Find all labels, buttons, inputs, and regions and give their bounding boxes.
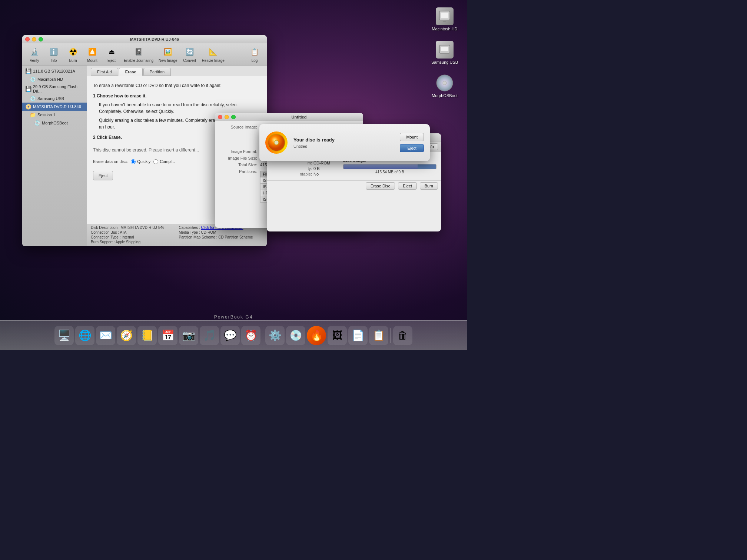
eject-toolbar-button[interactable]: ⏏ Eject <box>102 44 121 64</box>
di-maximize-button[interactable] <box>231 115 236 119</box>
tab-erase[interactable]: Erase <box>119 68 143 76</box>
new-image-button[interactable]: 🖼️ New Image <box>156 44 180 64</box>
dock-pdf2[interactable]: 📋 <box>369 326 388 345</box>
dr-burn-button[interactable]: Burn <box>420 182 438 190</box>
dock-iphoto[interactable]: 📷 <box>179 326 198 345</box>
connection-bus-label: Connection Bus : <box>91 230 119 234</box>
disc-usage-fill <box>343 164 418 169</box>
macintosh-hd-icon <box>436 7 454 25</box>
morphosboot-icon <box>436 74 454 92</box>
sidebar-item-st9120[interactable]: 💾 111.8 GB ST9120821A <box>22 67 87 75</box>
total-size-label: Total Size: <box>220 163 257 167</box>
dock-mail[interactable]: ✉️ <box>96 326 115 345</box>
mount-button[interactable]: ⏏️ Mount <box>83 44 102 64</box>
usb-icon-1: 💿 <box>30 96 36 101</box>
partitions-label: Partitions: <box>220 169 257 174</box>
log-button[interactable]: 📋 Log <box>245 44 264 64</box>
connection-type-label: Connection Type : <box>91 235 120 239</box>
source-image-label: Source Image: <box>220 125 257 129</box>
disc-eject-button[interactable]: Eject <box>400 144 424 152</box>
eject-icon: ⏏ <box>106 46 117 58</box>
dock-system-prefs[interactable]: ⚙️ <box>265 326 285 345</box>
di-close-button[interactable] <box>218 115 222 119</box>
connection-bus-value: ATA <box>120 230 126 234</box>
disk-right-buttons: Erase Disc Eject Burn <box>267 180 441 191</box>
dock-preview[interactable]: 🖼 <box>328 326 347 345</box>
dock-time-machine[interactable]: ⏰ <box>241 326 260 345</box>
burn-button[interactable]: ☢️ Burn <box>64 44 82 64</box>
radio-quickly-input[interactable] <box>131 159 136 164</box>
media-type-line: Media Type : CD-ROM <box>179 230 263 234</box>
dock-calendar[interactable]: 📅 <box>158 326 177 345</box>
resize-image-button[interactable]: 📐 Resize Image <box>200 44 227 64</box>
minimize-button[interactable] <box>32 37 36 41</box>
disc-mount-button[interactable]: Mount <box>400 133 424 141</box>
svg-rect-1 <box>441 13 448 18</box>
radio-completely[interactable]: Compl... <box>153 159 175 165</box>
dock-trash[interactable]: 🗑 <box>393 326 412 345</box>
disk-image-title: Untitled <box>238 115 360 119</box>
dr-eject-button[interactable]: Eject <box>398 182 416 190</box>
hd-icon-0: 💾 <box>25 68 31 74</box>
media-type-value: CD-ROM <box>201 230 216 234</box>
status-left: Disk Description : MATSHITA DVD-R UJ-846… <box>91 226 175 245</box>
media-type-label: Media Type : <box>179 230 200 234</box>
dock-safari[interactable]: 🧭 <box>117 326 136 345</box>
samsung-usb-label: Samsung USB <box>431 60 458 64</box>
enable-journaling-icon: 📓 <box>133 46 145 58</box>
disc-ready-subtitle: Untitled <box>293 144 394 149</box>
sidebar-item-matshita[interactable]: 📀 MATSHITA DVD-R UJ-846 <box>22 103 87 111</box>
sidebar-item-macintosh-hd[interactable]: 💿 Macintosh HD <box>22 75 87 83</box>
new-image-icon: 🖼️ <box>162 46 174 58</box>
verify-button[interactable]: 🔬 Verify <box>25 44 44 64</box>
maximize-button[interactable] <box>39 37 43 41</box>
eject-label: Eject <box>107 59 116 63</box>
disc-ready-text: Your disc is ready Untitled <box>293 137 394 149</box>
disc-ready-dialog: Your disc is ready Untitled Mount Eject <box>259 124 430 161</box>
desktop-icon-morphosboot[interactable]: MorphOSBoot <box>430 74 459 98</box>
status-right: Capabilities : Click for more informatio… <box>179 226 263 245</box>
sidebar-item-morphosboot[interactable]: 💿 MorphOSBoot <box>22 119 87 127</box>
dock-itunes[interactable]: 🎵 <box>200 326 219 345</box>
dock-ichat[interactable]: 💬 <box>220 326 240 345</box>
disc-ready-icon <box>265 131 288 154</box>
svg-point-6 <box>443 81 446 85</box>
radio-quickly[interactable]: Quickly <box>131 159 150 165</box>
dock-address-book[interactable]: 📒 <box>137 326 157 345</box>
convert-button[interactable]: 🔄 Convert <box>180 44 199 64</box>
burn-support-label: Burn Support : <box>91 240 114 244</box>
verify-icon: 🔬 <box>29 46 40 58</box>
info-label: Info <box>51 59 57 63</box>
sidebar-item-samsung-flash[interactable]: 💾 29.9 GB Samsung Flash Dri... <box>22 83 87 94</box>
sidebar-item-session1[interactable]: 📁 Session 1 <box>22 111 87 119</box>
dock-pdf1[interactable]: 📄 <box>348 326 368 345</box>
disk-description-value: MATSHITA DVD-R UJ-846 <box>121 226 165 230</box>
verify-label: Verify <box>30 59 39 63</box>
tab-partition[interactable]: Partition <box>143 68 171 76</box>
image-format-label: Image Format: <box>220 149 257 154</box>
partition-map-label: Partition Map Scheme : <box>179 235 218 239</box>
eject-content-button[interactable]: Eject <box>93 171 113 181</box>
connection-type-value: Internal <box>122 235 134 239</box>
dock-network[interactable]: 🌐 <box>75 326 94 345</box>
mount-label: Mount <box>87 59 97 63</box>
samsung-usb-icon <box>436 41 454 59</box>
dock-finder[interactable]: 🖥️ <box>54 326 74 345</box>
desktop-icon-samsung-usb[interactable]: Samsung USB <box>430 41 459 64</box>
tab-first-aid[interactable]: First Aid <box>91 68 118 76</box>
dvd-icon-0: 📀 <box>25 104 31 110</box>
dock-disk-utility[interactable]: 💿 <box>286 326 305 345</box>
sidebar-item-samsung-usb[interactable]: 💿 Samsung USB <box>22 94 87 103</box>
di-minimize-button[interactable] <box>225 115 229 119</box>
dock-toast[interactable]: 🔥 <box>307 326 326 345</box>
erase-disc-button[interactable]: Erase Disc <box>366 182 395 190</box>
burn-support-value: Apple Shipping <box>116 240 140 244</box>
info-button[interactable]: ℹ️ Info <box>44 44 63 64</box>
radio-completely-input[interactable] <box>153 159 158 164</box>
desktop-icon-macintosh-hd[interactable]: Macintosh HD <box>430 7 459 31</box>
disk-description-line: Disk Description : MATSHITA DVD-R UJ-846 <box>91 226 175 230</box>
disk-utility-toolbar: 🔬 Verify ℹ️ Info ☢️ Burn ⏏️ Mount ⏏ Ejec… <box>22 43 267 66</box>
connection-type-line: Connection Type : Internal <box>91 235 175 239</box>
enable-journaling-button[interactable]: 📓 Enable Journaling <box>122 44 156 64</box>
close-button[interactable] <box>25 37 30 41</box>
